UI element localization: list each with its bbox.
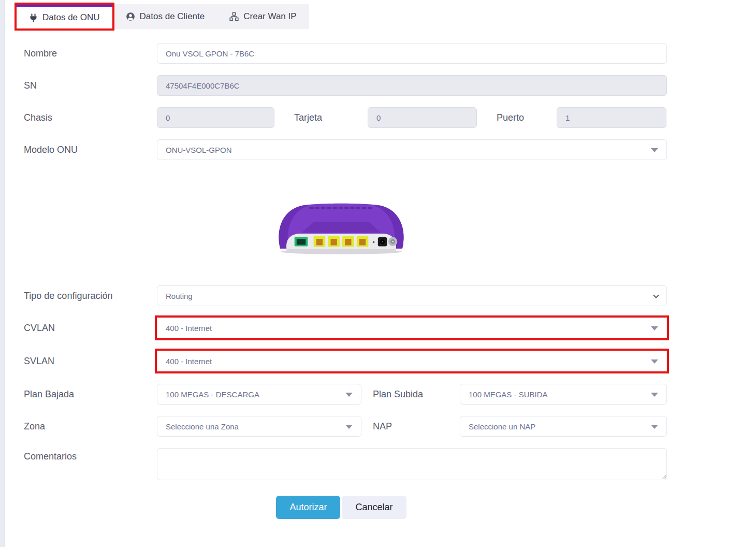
tarjeta-label: Tarjeta [274,112,368,123]
tab-datos-de-cliente[interactable]: Datos de Cliente [113,4,217,29]
tarjeta-input [368,107,477,128]
plan-subida-value: 100 MEGAS - SUBIDA [469,390,548,399]
zona-select[interactable]: Seleccione una Zona [157,416,361,437]
plan-bajada-label: Plan Bajada [16,389,157,400]
form-row-planes: Plan Bajada 100 MEGAS - DESCARGA Plan Su… [16,384,667,405]
svlan-select[interactable]: 400 - Internet [157,351,667,371]
chevron-down-icon [652,292,660,302]
dropdown-arrow-icon [651,425,658,429]
tipo-configuracion-select[interactable]: Routing [157,285,667,306]
cvlan-select[interactable]: 400 - Internet [157,318,667,338]
dropdown-arrow-icon [651,359,658,364]
modelo-onu-value: ONU-VSOL-GPON [166,146,232,154]
modelo-onu-label: Modelo ONU [16,145,157,155]
form-actions: Autorizar Cancelar [16,496,667,519]
plan-field-group: 100 MEGAS - DESCARGA Plan Subida 100 MEG… [157,384,667,405]
puerto-label: Puerto [477,112,557,123]
nap-select[interactable]: Seleccione un NAP [460,416,667,437]
tab-label: Datos de Cliente [140,11,205,22]
form-row-svlan: SVLAN 400 - Internet [16,351,667,371]
user-circle-icon [126,12,135,21]
cvlan-value: 400 - Internet [166,324,212,333]
dropdown-arrow-icon [651,148,658,152]
chasis-label: Chasis [16,112,157,123]
onu-device-image [16,194,667,255]
zona-field-group: Seleccione una Zona NAP Seleccione un NA… [157,416,667,437]
plan-bajada-value: 100 MEGAS - DESCARGA [166,390,259,399]
tipo-configuracion-label: Tipo de configuración [16,291,157,301]
tabbar: Datos de ONU Datos de Cliente [16,4,309,29]
dropdown-arrow-icon [651,393,658,397]
zona-label: Zona [16,421,157,432]
annotation-box-cvlan: 400 - Internet [155,315,669,340]
chasis-field-group: Tarjeta Puerto [157,107,667,128]
zona-value: Seleccione una Zona [166,422,239,431]
comentarios-label: Comentarios [16,451,157,462]
nap-value: Seleccione un NAP [469,422,535,431]
dropdown-arrow-icon [651,326,658,330]
puerto-input [557,107,666,128]
form-row-tipo-configuracion: Tipo de configuración Routing [16,285,667,306]
modelo-onu-select[interactable]: ONU-VSOL-GPON [157,139,667,160]
annotation-box-svlan: 400 - Internet [155,349,669,373]
form-row-zona-nap: Zona Seleccione una Zona NAP Seleccione … [16,416,667,437]
dropdown-arrow-icon [345,393,353,397]
plan-subida-label: Plan Subida [361,389,460,400]
tab-crear-wan-ip[interactable]: Crear Wan IP [217,4,309,29]
plug-icon [29,13,38,22]
tipo-configuracion-value: Routing [166,292,193,300]
sn-input [157,75,667,96]
autorizar-button[interactable]: Autorizar [276,496,340,519]
nombre-label: Nombre [16,48,157,59]
nap-label: NAP [361,421,460,432]
sitemap-icon [229,12,239,21]
nombre-input[interactable] [157,43,667,64]
page-left-gutter [0,0,5,547]
sn-label: SN [16,80,157,91]
onu-data-form: Nombre SN Chasis Tarjeta Puerto Modelo O… [16,43,667,519]
svlan-value: 400 - Internet [166,357,212,366]
form-row-comentarios: Comentarios [16,448,667,480]
plan-bajada-select[interactable]: 100 MEGAS - DESCARGA [157,384,361,405]
tab-label: Crear Wan IP [243,11,296,22]
form-row-sn: SN [16,75,667,96]
tab-datos-de-onu[interactable]: Datos de ONU [17,5,112,28]
svlan-label: SVLAN [16,356,157,367]
tab-label: Datos de ONU [42,12,100,23]
cancelar-button[interactable]: Cancelar [342,496,406,519]
plan-subida-select[interactable]: 100 MEGAS - SUBIDA [460,384,667,405]
form-row-cvlan: CVLAN 400 - Internet [16,318,667,338]
form-row-nombre: Nombre [16,43,667,64]
authorize-onu-form-page: Datos de ONU Datos de Cliente [0,0,756,526]
form-row-chasis-tarjeta-puerto: Chasis Tarjeta Puerto [16,107,667,128]
form-row-modelo-onu: Modelo ONU ONU-VSOL-GPON [16,139,667,160]
dropdown-arrow-icon [345,425,353,429]
comentarios-textarea[interactable] [157,448,667,480]
cvlan-label: CVLAN [16,323,157,334]
annotation-box-active-tab: Datos de ONU [14,3,114,31]
chasis-input [157,107,274,128]
